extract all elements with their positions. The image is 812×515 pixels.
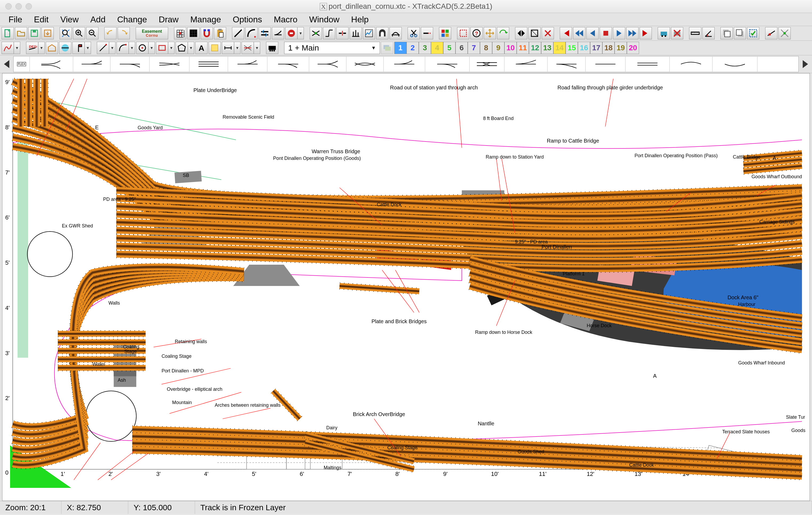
play-back-icon[interactable]	[586, 27, 599, 39]
goto-end-icon[interactable]	[640, 27, 652, 39]
fast-fwd-icon[interactable]	[626, 27, 639, 39]
layer-button-11[interactable]: 11	[517, 42, 529, 54]
open-file-icon[interactable]	[15, 27, 27, 39]
hotbar-item-12[interactable]	[504, 57, 548, 71]
hotbar-item-5[interactable]	[228, 57, 267, 71]
menu-draw[interactable]: Draw	[153, 15, 185, 25]
save-file-icon[interactable]	[28, 27, 40, 39]
zoom-extents-icon[interactable]	[60, 27, 72, 39]
line-tool-icon[interactable]: ▼	[97, 42, 115, 54]
hotbar-item-0[interactable]	[30, 57, 73, 71]
curve-track-icon[interactable]	[245, 27, 258, 39]
undo-icon[interactable]	[104, 27, 117, 39]
straight-track-icon[interactable]	[232, 27, 244, 39]
profile-icon[interactable]	[363, 27, 375, 39]
layer-select[interactable]: 1 + Main▼	[284, 42, 380, 54]
import-icon[interactable]	[41, 27, 54, 39]
hotbar-item-13[interactable]	[548, 57, 586, 71]
zoom-out-icon[interactable]	[86, 27, 98, 39]
delete-icon[interactable]	[542, 27, 554, 39]
menu-help[interactable]: Help	[345, 15, 375, 25]
fast-back-icon[interactable]	[573, 27, 585, 39]
layer-button-6[interactable]: 6	[456, 42, 468, 54]
block-icon[interactable]: ▼	[285, 27, 304, 39]
play-icon[interactable]	[613, 27, 625, 39]
flip-h-icon[interactable]	[515, 27, 527, 39]
layer-button-19[interactable]: 19	[615, 42, 627, 54]
layer-button-20[interactable]: 20	[627, 42, 639, 54]
rotate-icon[interactable]	[497, 27, 509, 39]
pan-icon[interactable]	[779, 27, 791, 39]
tunnel-icon[interactable]	[376, 27, 388, 39]
layer-button-14[interactable]: 14	[553, 42, 566, 54]
menu-view[interactable]: View	[55, 15, 85, 25]
connect-icon[interactable]	[310, 27, 322, 39]
turnout-icon[interactable]	[272, 27, 284, 39]
hotbar-strip[interactable]: FLEX	[13, 56, 799, 72]
snap-grid-icon[interactable]	[174, 27, 186, 39]
goto-start-icon[interactable]	[560, 27, 572, 39]
elevation-icon[interactable]	[350, 27, 362, 39]
angle-icon[interactable]	[702, 27, 715, 39]
hotbar-item-7[interactable]	[309, 57, 346, 71]
hotbar-item-10[interactable]	[425, 57, 470, 71]
hotbar-item-17[interactable]	[713, 57, 757, 71]
turntable-icon[interactable]	[59, 42, 71, 54]
layer-button-13[interactable]: 13	[541, 42, 553, 54]
hotbar-item-11[interactable]	[470, 57, 504, 71]
hotbar-item-9[interactable]	[384, 57, 425, 71]
join-icon[interactable]	[323, 27, 335, 39]
move-icon[interactable]	[484, 27, 496, 39]
layer-front-icon[interactable]	[734, 27, 746, 39]
select-mode-icon[interactable]	[439, 27, 451, 39]
menu-window[interactable]: Window	[303, 15, 345, 25]
menu-options[interactable]: Options	[227, 15, 268, 25]
new-file-icon[interactable]	[2, 27, 14, 39]
train-mode-icon[interactable]	[266, 42, 278, 54]
cornu-tool-icon[interactable]: ▼	[2, 42, 20, 54]
hotbar-item-8[interactable]	[346, 57, 384, 71]
redo-icon[interactable]	[118, 27, 130, 39]
layer-back-icon[interactable]	[721, 27, 733, 39]
stop-icon[interactable]	[600, 27, 612, 39]
easement-button[interactable]: EasementCornu	[136, 27, 168, 39]
describe-icon[interactable]	[765, 27, 777, 39]
select-all-icon[interactable]	[747, 27, 759, 39]
select-icon[interactable]	[457, 27, 469, 39]
note-tool-icon[interactable]	[209, 42, 221, 54]
layer-button-3[interactable]: 3	[419, 42, 431, 54]
hotbar-left-icon[interactable]	[0, 57, 13, 71]
train-new-icon[interactable]	[658, 27, 670, 39]
menu-edit[interactable]: Edit	[28, 15, 55, 25]
magnet-icon[interactable]	[201, 27, 213, 39]
zoom-in-icon[interactable]	[73, 27, 85, 39]
layer-config-icon[interactable]	[381, 42, 393, 54]
menu-change[interactable]: Change	[111, 15, 153, 25]
grid-icon[interactable]	[187, 27, 200, 39]
layer-button-1[interactable]: 1	[394, 42, 407, 54]
layer-button-5[interactable]: 5	[443, 42, 456, 54]
hotbar-item-16[interactable]	[670, 57, 713, 71]
layer-button-4[interactable]: 4	[431, 42, 443, 54]
train-delete-icon[interactable]	[671, 27, 683, 39]
layer-button-18[interactable]: 18	[602, 42, 615, 54]
text-tool-icon[interactable]: A	[195, 42, 207, 54]
hotbar-item-15[interactable]	[626, 57, 670, 71]
menu-file[interactable]: File	[3, 15, 28, 25]
menu-manage[interactable]: Manage	[184, 15, 227, 25]
flip-v-icon[interactable]	[528, 27, 541, 39]
bench-tool-icon[interactable]: ▼	[241, 42, 260, 54]
hotbar-item-14[interactable]	[586, 57, 626, 71]
signal-icon[interactable]: ▼	[72, 42, 91, 54]
menu-macro[interactable]: Macro	[268, 15, 303, 25]
ruler-icon[interactable]	[689, 27, 701, 39]
layer-button-16[interactable]: 16	[578, 42, 590, 54]
hotbar-right-icon[interactable]	[799, 57, 812, 71]
parallel-icon[interactable]	[259, 27, 271, 39]
layer-button-17[interactable]: 17	[590, 42, 602, 54]
drawing-canvas[interactable]: 9'8'7'6' 5'4'3'2' 0 1'2'3'4' 5'6'7'8' 9'…	[2, 73, 810, 501]
hotbar-item-2[interactable]	[110, 57, 149, 71]
hotbar-item-6[interactable]	[267, 57, 309, 71]
cut-icon[interactable]	[408, 27, 420, 39]
bridge-icon[interactable]	[389, 27, 402, 39]
